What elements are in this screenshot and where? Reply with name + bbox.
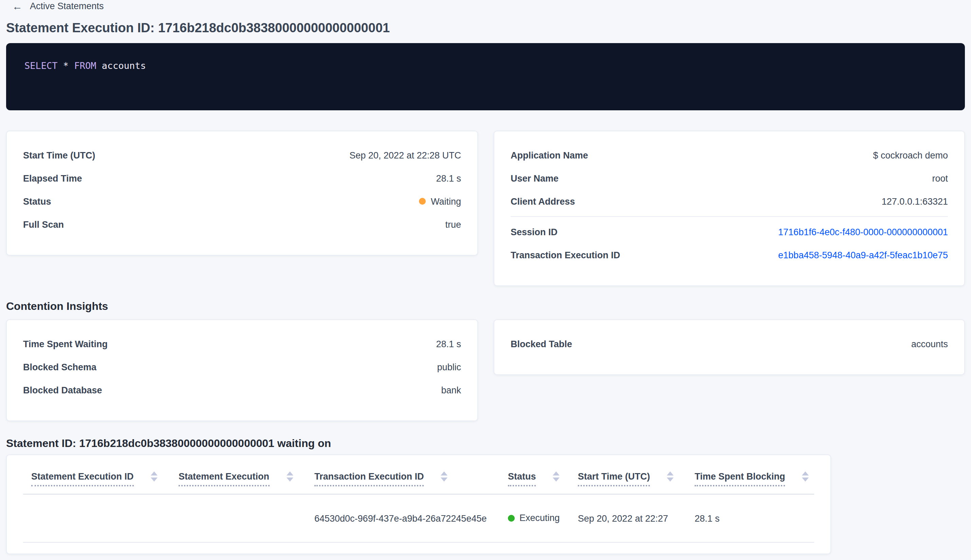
left-arrow-icon: ← xyxy=(12,1,22,11)
sort-arrows-icon xyxy=(802,472,809,482)
sql-star: * xyxy=(63,60,68,71)
column-header-label: Transaction Execution ID xyxy=(314,471,424,486)
detail-value: bank xyxy=(441,385,461,395)
detail-value: root xyxy=(932,173,948,183)
transaction-execution-id-row: Transaction Execution ID e1bba458-5948-4… xyxy=(494,243,964,267)
status-badge: Executing xyxy=(508,513,560,523)
cell-transaction-execution-id: 64530d0c-969f-437e-a9b4-26a72245e45e xyxy=(306,494,500,542)
cell-statement-execution xyxy=(170,494,306,542)
column-header-start-time[interactable]: Start Time (UTC) xyxy=(570,455,686,494)
detail-value: 127.0.0.1:63321 xyxy=(882,196,948,207)
detail-value: accounts xyxy=(911,339,948,349)
start-time-row: Start Time (UTC) Sep 20, 2022 at 22:28 U… xyxy=(7,143,477,167)
detail-value: Sep 20, 2022 at 22:28 UTC xyxy=(349,150,461,160)
detail-label: Session ID xyxy=(511,227,557,237)
table-header-row: Statement Execution ID Statement Executi… xyxy=(23,455,814,494)
cell-status: Executing xyxy=(500,494,570,542)
card-divider xyxy=(511,216,948,217)
overview-card: Start Time (UTC) Sep 20, 2022 at 22:28 U… xyxy=(6,131,478,255)
detail-label: Blocked Schema xyxy=(23,362,97,372)
detail-label: Blocked Table xyxy=(511,339,572,349)
transaction-execution-id-link[interactable]: e1bba458-5948-40a9-a42f-5feac1b10e75 xyxy=(778,250,948,260)
detail-label: Application Name xyxy=(511,150,588,160)
cell-start-time: Sep 20, 2022 at 22:27 xyxy=(570,494,686,542)
executing-status-dot-icon xyxy=(508,515,515,522)
sql-statement-box: SELECT * FROM accounts xyxy=(6,43,965,110)
status-badge: Waiting xyxy=(419,196,461,207)
breadcrumb-label: Active Statements xyxy=(30,1,104,11)
waiting-statements-table-card: Statement Execution ID Statement Executi… xyxy=(6,455,831,554)
column-header-statement-execution[interactable]: Statement Execution xyxy=(170,455,306,494)
sort-arrows-icon xyxy=(151,472,157,482)
blocked-table-row: Blocked Table accounts xyxy=(494,332,964,355)
sql-table-name: accounts xyxy=(102,60,146,71)
status-text: Waiting xyxy=(431,196,461,207)
detail-label: Start Time (UTC) xyxy=(23,150,95,160)
sort-arrows-icon xyxy=(441,472,448,482)
statement-execution-details-page: ← Active Statements Statement Execution … xyxy=(0,1,971,554)
cell-statement-execution-id xyxy=(23,494,170,542)
detail-label: User Name xyxy=(511,173,559,183)
column-header-statement-execution-id[interactable]: Statement Execution ID xyxy=(23,455,170,494)
detail-label: Status xyxy=(23,196,51,207)
table-row: 64530d0c-969f-437e-a9b4-26a72245e45e Exe… xyxy=(23,494,814,542)
user-name-row: User Name root xyxy=(494,167,964,190)
detail-value: 28.1 s xyxy=(436,173,461,183)
column-header-status[interactable]: Status xyxy=(500,455,570,494)
sql-keyword: SELECT xyxy=(25,60,58,71)
status-row: Status Waiting xyxy=(7,190,477,213)
detail-label: Blocked Database xyxy=(23,385,102,395)
sort-arrows-icon xyxy=(286,472,293,482)
detail-value: true xyxy=(445,219,461,230)
cell-time-spent-blocking: 28.1 s xyxy=(686,494,814,542)
blocked-database-row: Blocked Database bank xyxy=(7,378,477,402)
waiting-status-dot-icon xyxy=(419,198,426,205)
column-header-time-spent-blocking[interactable]: Time Spent Blocking xyxy=(686,455,814,494)
application-name-row: Application Name $ cockroach demo xyxy=(494,143,964,167)
back-to-active-statements-link[interactable]: ← Active Statements xyxy=(12,1,104,11)
blocked-table-card: Blocked Table accounts xyxy=(494,319,965,375)
sql-keyword: FROM xyxy=(74,60,96,71)
waiting-on-heading: Statement ID: 1716b218dc0b38380000000000… xyxy=(6,437,965,450)
column-header-label: Statement Execution ID xyxy=(31,471,134,486)
session-card: Application Name $ cockroach demo User N… xyxy=(494,131,965,286)
waiting-statements-table: Statement Execution ID Statement Executi… xyxy=(23,455,814,543)
detail-label: Time Spent Waiting xyxy=(23,339,108,349)
full-scan-row: Full Scan true xyxy=(7,213,477,236)
session-id-row: Session ID 1716b1f6-4e0c-f480-0000-00000… xyxy=(494,220,964,243)
column-header-label: Statement Execution xyxy=(179,471,269,486)
sort-arrows-icon xyxy=(667,472,674,482)
detail-label: Client Address xyxy=(511,196,575,207)
detail-value: public xyxy=(437,362,461,372)
session-id-link[interactable]: 1716b1f6-4e0c-f480-0000-000000000001 xyxy=(778,227,948,237)
time-spent-waiting-row: Time Spent Waiting 28.1 s xyxy=(7,332,477,355)
detail-label: Elapsed Time xyxy=(23,173,82,183)
page-title: Statement Execution ID: 1716b218dc0b3838… xyxy=(6,20,965,36)
column-header-label: Status xyxy=(508,471,536,486)
elapsed-time-row: Elapsed Time 28.1 s xyxy=(7,167,477,190)
detail-value: $ cockroach demo xyxy=(873,150,948,160)
column-header-label: Start Time (UTC) xyxy=(578,471,650,486)
client-address-row: Client Address 127.0.0.1:63321 xyxy=(494,190,964,213)
column-header-transaction-execution-id[interactable]: Transaction Execution ID xyxy=(306,455,500,494)
contention-insights-heading: Contention Insights xyxy=(6,300,965,313)
status-text: Executing xyxy=(519,513,560,523)
blocked-schema-row: Blocked Schema public xyxy=(7,355,477,378)
detail-value: 28.1 s xyxy=(436,339,461,349)
detail-label: Transaction Execution ID xyxy=(511,250,620,260)
column-header-label: Time Spent Blocking xyxy=(695,471,785,486)
sort-arrows-icon xyxy=(553,472,560,482)
detail-label: Full Scan xyxy=(23,219,64,230)
contention-details-card: Time Spent Waiting 28.1 s Blocked Schema… xyxy=(6,319,478,421)
